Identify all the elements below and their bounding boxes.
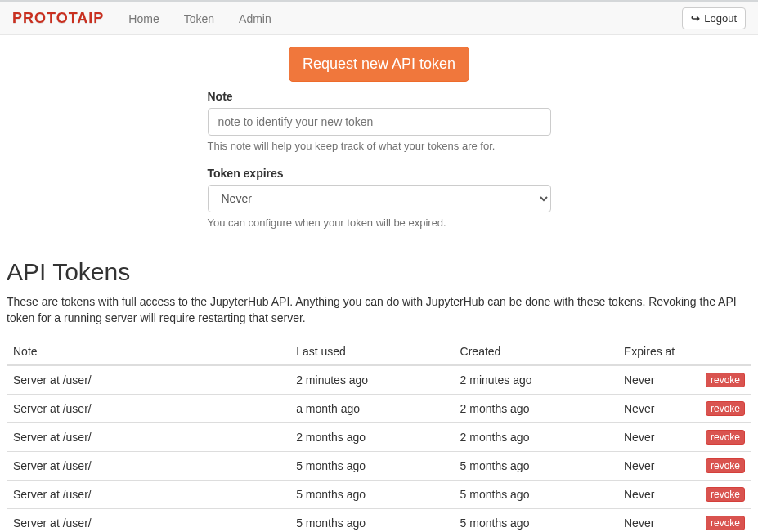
revoke-button[interactable]: revoke — [706, 487, 745, 502]
table-row: Server at /user/a month ago2 months agoN… — [7, 394, 751, 422]
note-group: Note This note will help you keep track … — [208, 90, 551, 152]
revoke-button[interactable]: revoke — [706, 458, 745, 473]
cell-note: Server at /user/ — [7, 365, 289, 395]
expires-label: Token expires — [208, 167, 551, 180]
nav-token[interactable]: Token — [172, 4, 227, 34]
note-help: This note will help you keep track of wh… — [208, 140, 551, 152]
nav-links: Home Token Admin — [116, 4, 283, 34]
col-action — [692, 338, 751, 365]
cell-note: Server at /user/ — [7, 422, 289, 451]
nav-home[interactable]: Home — [116, 4, 171, 34]
col-created: Created — [454, 338, 617, 365]
cell-created: 5 months ago — [454, 451, 617, 480]
logout-button[interactable]: ↪ Logout — [682, 7, 746, 29]
tokens-header-row: Note Last used Created Expires at — [7, 338, 751, 365]
cell-last-used: 5 months ago — [289, 480, 453, 508]
cell-expires: Never — [617, 451, 692, 480]
cell-action: revoke — [692, 422, 751, 451]
col-lastused: Last used — [289, 338, 453, 365]
tokens-table: Note Last used Created Expires at Server… — [7, 338, 751, 532]
note-label: Note — [208, 90, 551, 103]
cell-note: Server at /user/ — [7, 394, 289, 422]
cell-last-used: 5 months ago — [289, 508, 453, 532]
cell-last-used: a month ago — [289, 394, 453, 422]
cell-expires: Never — [617, 394, 692, 422]
logout-icon: ↪ — [691, 12, 700, 25]
cell-note: Server at /user/ — [7, 508, 289, 532]
tokens-heading: API Tokens — [7, 258, 751, 286]
cell-created: 5 months ago — [454, 480, 617, 508]
cell-expires: Never — [617, 508, 692, 532]
cell-action: revoke — [692, 508, 751, 532]
cell-last-used: 2 months ago — [289, 422, 453, 451]
cell-expires: Never — [617, 365, 692, 395]
revoke-button[interactable]: revoke — [706, 401, 745, 416]
revoke-button[interactable]: revoke — [706, 373, 745, 387]
cell-created: 2 months ago — [454, 422, 617, 451]
tokens-description: These are tokens with full access to the… — [7, 294, 751, 327]
note-input[interactable] — [208, 108, 551, 136]
col-expires: Expires at — [617, 338, 692, 365]
cell-action: revoke — [692, 480, 751, 508]
table-row: Server at /user/5 months ago5 months ago… — [7, 480, 751, 508]
brand-logo: PROTOTAIP — [12, 10, 116, 27]
cell-action: revoke — [692, 365, 751, 395]
cell-expires: Never — [617, 480, 692, 508]
col-note: Note — [7, 338, 289, 365]
cell-created: 2 months ago — [454, 394, 617, 422]
request-token-button[interactable]: Request new API token — [289, 47, 469, 82]
revoke-button[interactable]: revoke — [706, 516, 745, 530]
nav-admin[interactable]: Admin — [227, 4, 284, 34]
revoke-button[interactable]: revoke — [706, 430, 745, 445]
cell-created: 5 months ago — [454, 508, 617, 532]
navbar: PROTOTAIP Home Token Admin ↪ Logout — [0, 2, 758, 35]
expires-help: You can configure when your token will b… — [208, 217, 551, 229]
expires-group: Token expires Never You can configure wh… — [208, 167, 551, 229]
table-row: Server at /user/5 months ago5 months ago… — [7, 451, 751, 480]
cell-note: Server at /user/ — [7, 451, 289, 480]
cell-action: revoke — [692, 394, 751, 422]
cell-last-used: 2 minutes ago — [289, 365, 453, 395]
table-row: Server at /user/2 months ago2 months ago… — [7, 422, 751, 451]
expires-select[interactable]: Never — [208, 185, 551, 212]
table-row: Server at /user/5 months ago5 months ago… — [7, 508, 751, 532]
cell-created: 2 minutes ago — [454, 365, 617, 395]
table-row: Server at /user/2 minutes ago2 minutes a… — [7, 365, 751, 395]
cell-action: revoke — [692, 451, 751, 480]
tokens-section: API Tokens These are tokens with full ac… — [0, 258, 758, 532]
cell-last-used: 5 months ago — [289, 451, 453, 480]
logout-label: Logout — [704, 12, 737, 25]
user-name — [617, 7, 674, 30]
cell-expires: Never — [617, 422, 692, 451]
cell-note: Server at /user/ — [7, 480, 289, 508]
